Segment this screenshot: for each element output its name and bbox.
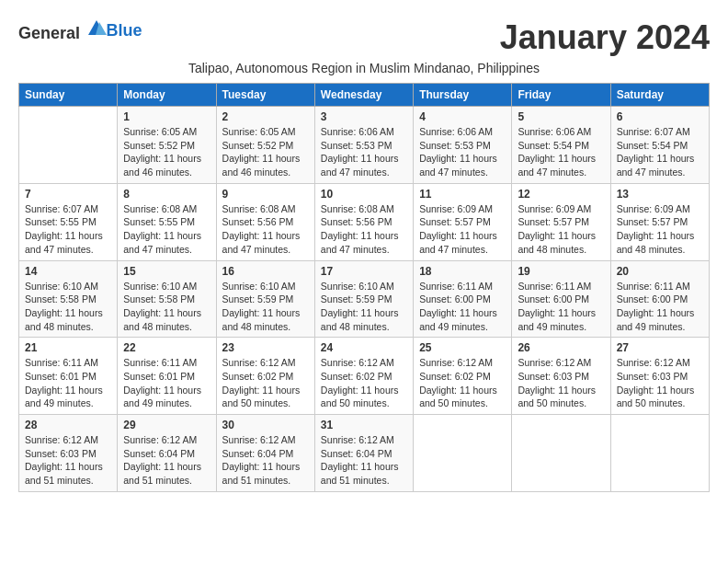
day-info: Sunrise: 6:07 AMSunset: 5:54 PMDaylight:… bbox=[617, 125, 703, 179]
day-number: 5 bbox=[518, 110, 604, 123]
calendar-cell bbox=[512, 415, 610, 492]
calendar-week-3: 14Sunrise: 6:10 AMSunset: 5:58 PMDayligh… bbox=[19, 260, 710, 338]
day-number: 3 bbox=[321, 110, 407, 123]
day-number: 19 bbox=[518, 265, 604, 278]
day-info: Sunrise: 6:06 AMSunset: 5:54 PMDaylight:… bbox=[518, 125, 604, 179]
day-info: Sunrise: 6:11 AMSunset: 6:00 PMDaylight:… bbox=[419, 280, 506, 334]
logo-icon bbox=[86, 18, 107, 39]
calendar-cell: 1Sunrise: 6:05 AMSunset: 5:52 PMDaylight… bbox=[118, 107, 216, 184]
day-info: Sunrise: 6:10 AMSunset: 5:59 PMDaylight:… bbox=[321, 280, 407, 334]
day-info: Sunrise: 6:06 AMSunset: 5:53 PMDaylight:… bbox=[321, 125, 407, 179]
calendar-body: 1Sunrise: 6:05 AMSunset: 5:52 PMDaylight… bbox=[19, 107, 710, 492]
calendar-cell: 29Sunrise: 6:12 AMSunset: 6:04 PMDayligh… bbox=[118, 415, 216, 492]
calendar-cell: 12Sunrise: 6:09 AMSunset: 5:57 PMDayligh… bbox=[512, 183, 610, 260]
calendar-cell: 20Sunrise: 6:11 AMSunset: 6:00 PMDayligh… bbox=[610, 260, 709, 338]
logo-blue: Blue bbox=[107, 21, 142, 40]
calendar-week-5: 28Sunrise: 6:12 AMSunset: 6:03 PMDayligh… bbox=[19, 415, 710, 492]
header-wednesday: Wednesday bbox=[314, 84, 413, 107]
logo: General Blue bbox=[18, 18, 142, 43]
day-number: 26 bbox=[518, 341, 604, 354]
day-info: Sunrise: 6:06 AMSunset: 5:53 PMDaylight:… bbox=[419, 125, 506, 179]
day-info: Sunrise: 6:12 AMSunset: 6:02 PMDaylight:… bbox=[419, 356, 506, 410]
day-number: 11 bbox=[419, 188, 506, 201]
calendar-cell: 21Sunrise: 6:11 AMSunset: 6:01 PMDayligh… bbox=[19, 338, 118, 415]
day-number: 4 bbox=[419, 110, 506, 123]
calendar-week-1: 1Sunrise: 6:05 AMSunset: 5:52 PMDaylight… bbox=[19, 107, 710, 184]
calendar-cell: 6Sunrise: 6:07 AMSunset: 5:54 PMDaylight… bbox=[610, 107, 709, 184]
day-number: 23 bbox=[222, 341, 309, 354]
header-thursday: Thursday bbox=[414, 84, 512, 107]
day-number: 25 bbox=[419, 341, 506, 354]
day-info: Sunrise: 6:12 AMSunset: 6:03 PMDaylight:… bbox=[617, 356, 703, 410]
calendar-cell: 26Sunrise: 6:12 AMSunset: 6:03 PMDayligh… bbox=[512, 338, 610, 415]
calendar-cell: 17Sunrise: 6:10 AMSunset: 5:59 PMDayligh… bbox=[314, 260, 413, 338]
day-info: Sunrise: 6:07 AMSunset: 5:55 PMDaylight:… bbox=[25, 202, 111, 257]
header-tuesday: Tuesday bbox=[216, 84, 314, 107]
day-number: 6 bbox=[617, 110, 703, 123]
day-number: 16 bbox=[222, 265, 309, 278]
day-info: Sunrise: 6:11 AMSunset: 6:00 PMDaylight:… bbox=[518, 280, 604, 334]
day-info: Sunrise: 6:05 AMSunset: 5:52 PMDaylight:… bbox=[123, 125, 210, 179]
day-number: 30 bbox=[222, 419, 309, 431]
calendar-cell: 2Sunrise: 6:05 AMSunset: 5:52 PMDaylight… bbox=[216, 107, 314, 184]
calendar-cell: 3Sunrise: 6:06 AMSunset: 5:53 PMDaylight… bbox=[314, 107, 413, 184]
calendar-cell: 14Sunrise: 6:10 AMSunset: 5:58 PMDayligh… bbox=[19, 260, 118, 338]
day-info: Sunrise: 6:09 AMSunset: 5:57 PMDaylight:… bbox=[617, 202, 703, 257]
day-info: Sunrise: 6:12 AMSunset: 6:04 PMDaylight:… bbox=[123, 433, 210, 488]
day-info: Sunrise: 6:11 AMSunset: 6:01 PMDaylight:… bbox=[25, 356, 111, 410]
calendar-cell: 23Sunrise: 6:12 AMSunset: 6:02 PMDayligh… bbox=[216, 338, 314, 415]
calendar-cell: 31Sunrise: 6:12 AMSunset: 6:04 PMDayligh… bbox=[314, 415, 413, 492]
calendar-cell: 5Sunrise: 6:06 AMSunset: 5:54 PMDaylight… bbox=[512, 107, 610, 184]
day-number: 27 bbox=[617, 341, 703, 354]
header-monday: Monday bbox=[118, 84, 216, 107]
day-info: Sunrise: 6:09 AMSunset: 5:57 PMDaylight:… bbox=[518, 202, 604, 257]
calendar-cell: 4Sunrise: 6:06 AMSunset: 5:53 PMDaylight… bbox=[414, 107, 512, 184]
day-number: 18 bbox=[419, 265, 506, 278]
day-number: 28 bbox=[25, 419, 111, 431]
day-info: Sunrise: 6:12 AMSunset: 6:02 PMDaylight:… bbox=[222, 356, 309, 410]
calendar-cell: 13Sunrise: 6:09 AMSunset: 5:57 PMDayligh… bbox=[610, 183, 709, 260]
day-number: 1 bbox=[123, 110, 210, 123]
day-number: 7 bbox=[25, 188, 111, 201]
day-info: Sunrise: 6:11 AMSunset: 6:00 PMDaylight:… bbox=[617, 280, 703, 334]
header-friday: Friday bbox=[512, 84, 610, 107]
day-number: 10 bbox=[321, 188, 407, 201]
calendar-cell: 9Sunrise: 6:08 AMSunset: 5:56 PMDaylight… bbox=[216, 183, 314, 260]
calendar-week-2: 7Sunrise: 6:07 AMSunset: 5:55 PMDaylight… bbox=[19, 183, 710, 260]
calendar-cell: 25Sunrise: 6:12 AMSunset: 6:02 PMDayligh… bbox=[414, 338, 512, 415]
day-info: Sunrise: 6:12 AMSunset: 6:03 PMDaylight:… bbox=[25, 433, 111, 488]
calendar-cell bbox=[610, 415, 709, 492]
day-info: Sunrise: 6:10 AMSunset: 5:59 PMDaylight:… bbox=[222, 280, 309, 334]
header-saturday: Saturday bbox=[610, 84, 709, 107]
calendar-cell: 19Sunrise: 6:11 AMSunset: 6:00 PMDayligh… bbox=[512, 260, 610, 338]
calendar-cell: 24Sunrise: 6:12 AMSunset: 6:02 PMDayligh… bbox=[314, 338, 413, 415]
calendar-cell: 28Sunrise: 6:12 AMSunset: 6:03 PMDayligh… bbox=[19, 415, 118, 492]
day-number: 15 bbox=[123, 265, 210, 278]
calendar-cell: 16Sunrise: 6:10 AMSunset: 5:59 PMDayligh… bbox=[216, 260, 314, 338]
day-number: 9 bbox=[222, 188, 309, 201]
day-number: 21 bbox=[25, 341, 111, 354]
page-header: General Blue January 2024 bbox=[18, 18, 710, 57]
calendar-cell bbox=[19, 107, 118, 184]
day-info: Sunrise: 6:08 AMSunset: 5:55 PMDaylight:… bbox=[123, 202, 210, 257]
day-number: 22 bbox=[123, 341, 210, 354]
calendar-cell: 7Sunrise: 6:07 AMSunset: 5:55 PMDaylight… bbox=[19, 183, 118, 260]
day-info: Sunrise: 6:10 AMSunset: 5:58 PMDaylight:… bbox=[25, 280, 111, 334]
calendar-cell: 22Sunrise: 6:11 AMSunset: 6:01 PMDayligh… bbox=[118, 338, 216, 415]
day-number: 17 bbox=[321, 265, 407, 278]
day-info: Sunrise: 6:12 AMSunset: 6:03 PMDaylight:… bbox=[518, 356, 604, 410]
calendar-cell: 8Sunrise: 6:08 AMSunset: 5:55 PMDaylight… bbox=[118, 183, 216, 260]
day-info: Sunrise: 6:08 AMSunset: 5:56 PMDaylight:… bbox=[321, 202, 407, 257]
calendar-week-4: 21Sunrise: 6:11 AMSunset: 6:01 PMDayligh… bbox=[19, 338, 710, 415]
calendar-cell: 18Sunrise: 6:11 AMSunset: 6:00 PMDayligh… bbox=[414, 260, 512, 338]
calendar-subtitle: Talipao, Autonomous Region in Muslim Min… bbox=[18, 61, 710, 75]
calendar-cell: 15Sunrise: 6:10 AMSunset: 5:58 PMDayligh… bbox=[118, 260, 216, 338]
calendar-cell bbox=[414, 415, 512, 492]
logo-general: General bbox=[18, 24, 80, 42]
day-info: Sunrise: 6:05 AMSunset: 5:52 PMDaylight:… bbox=[222, 125, 309, 179]
calendar-cell: 27Sunrise: 6:12 AMSunset: 6:03 PMDayligh… bbox=[610, 338, 709, 415]
calendar-cell: 30Sunrise: 6:12 AMSunset: 6:04 PMDayligh… bbox=[216, 415, 314, 492]
day-info: Sunrise: 6:12 AMSunset: 6:02 PMDaylight:… bbox=[321, 356, 407, 410]
day-number: 14 bbox=[25, 265, 111, 278]
day-number: 12 bbox=[518, 188, 604, 201]
